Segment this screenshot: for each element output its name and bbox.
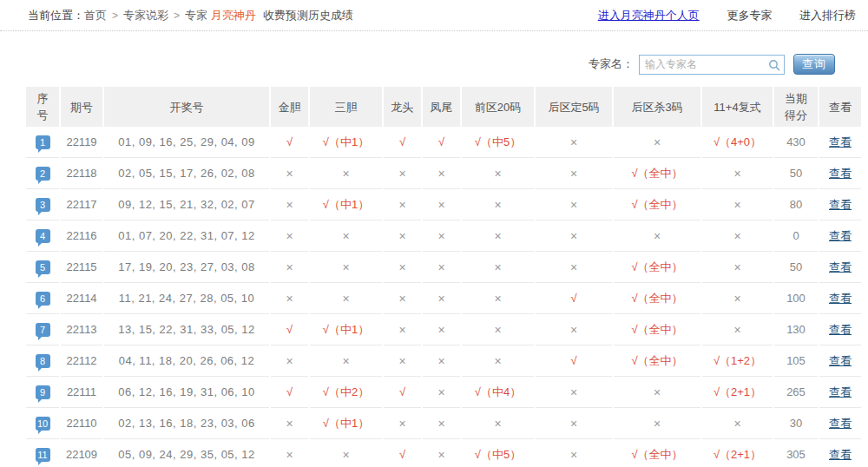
combo-result: ×: [702, 283, 773, 314]
search-box: [639, 55, 785, 75]
table-row: 8 22112 04, 11, 18, 20, 26, 06, 12 × × ×…: [26, 345, 861, 377]
header-gold-dan: 金胆: [271, 87, 308, 127]
dragon-head-result: ×: [384, 252, 421, 283]
three-dan-result: √（中1）: [310, 408, 382, 439]
three-dan-result: ×: [310, 439, 382, 467]
score: 265: [774, 377, 818, 408]
gold-dan-result: √: [271, 314, 308, 345]
header-11-4-combo: 11+4复式: [702, 87, 773, 127]
seq-badge: 2: [36, 167, 50, 181]
three-dan-result: √（中1）: [310, 189, 382, 220]
draw-numbers: 02, 05, 15, 17, 26, 02, 08: [104, 158, 269, 189]
dragon-head-result: ×: [384, 314, 421, 345]
draw-numbers: 11, 21, 24, 27, 28, 05, 10: [104, 283, 269, 314]
front-20-result: ×: [462, 158, 534, 189]
back-kill3-result: √（全中）: [614, 252, 700, 283]
combo-result: ×: [702, 158, 773, 189]
back-fix5-result: ×: [536, 158, 612, 189]
magnifier-icon[interactable]: [768, 59, 780, 71]
view-link[interactable]: 查看: [829, 198, 852, 211]
seq-badge: 7: [36, 323, 50, 337]
seq-badge: 1: [36, 135, 50, 149]
search-label: 专家名：: [589, 56, 634, 72]
header-draw-numbers: 开奖号: [104, 87, 269, 127]
draw-numbers: 01, 09, 16, 25, 29, 04, 09: [104, 127, 269, 158]
breadcrumb-home[interactable]: 首页: [84, 9, 107, 22]
gold-dan-result: ×: [271, 283, 308, 314]
seq-badge: 4: [36, 229, 50, 243]
expert-name-input[interactable]: [639, 55, 785, 75]
header-three-dan: 三胆: [310, 87, 382, 127]
back-fix5-result: ×: [536, 377, 612, 408]
front-20-result: √（中4）: [462, 377, 534, 408]
breadcrumb-expert-talk[interactable]: 专家说彩: [123, 9, 168, 22]
three-dan-result: ×: [310, 158, 382, 189]
view-link[interactable]: 查看: [829, 135, 852, 148]
personal-page-link[interactable]: 进入月亮神丹个人页: [598, 9, 700, 22]
top-bar: 当前位置：首页>专家说彩>专家月亮神丹收费预测历史成绩 进入月亮神丹个人页 更多…: [0, 0, 868, 31]
view-link[interactable]: 查看: [829, 229, 852, 242]
breadcrumb-separator: >: [112, 10, 118, 22]
gold-dan-result: ×: [271, 345, 308, 377]
header-dragon-head: 龙头: [384, 87, 421, 127]
ranking-link[interactable]: 进入排行榜: [799, 9, 856, 22]
phoenix-tail-result: ×: [423, 189, 460, 220]
back-kill3-result: ×: [614, 127, 700, 158]
table-row: 2 22118 02, 05, 15, 17, 26, 02, 08 × × ×…: [26, 158, 861, 189]
view-link[interactable]: 查看: [829, 323, 852, 336]
front-20-result: ×: [462, 189, 534, 220]
front-20-result: √（中5）: [462, 439, 534, 467]
back-kill3-result: ×: [614, 220, 700, 252]
top-links: 进入月亮神丹个人页 更多专家 进入排行榜: [574, 8, 856, 23]
table-row: 4 22116 01, 07, 20, 22, 31, 07, 12 × × ×…: [26, 220, 861, 252]
three-dan-result: √（中2）: [310, 377, 382, 408]
more-experts-link[interactable]: 更多专家: [727, 9, 772, 22]
score: 50: [774, 158, 818, 189]
table-row: 5 22115 17, 19, 20, 23, 27, 03, 08 × × ×…: [26, 252, 861, 283]
back-fix5-result: ×: [536, 189, 612, 220]
query-button[interactable]: 查询: [793, 54, 835, 75]
view-link[interactable]: 查看: [829, 417, 852, 430]
seq-badge: 10: [36, 417, 50, 431]
combo-result: √（1+2）: [702, 345, 773, 377]
back-kill3-result: √（全中）: [614, 189, 700, 220]
back-fix5-result: ×: [536, 127, 612, 158]
combo-result: √（2+1）: [702, 439, 773, 467]
back-kill3-result: ×: [614, 377, 700, 408]
expert-name: 月亮神丹: [211, 9, 256, 22]
view-link[interactable]: 查看: [829, 354, 852, 367]
seq-badge: 5: [36, 260, 50, 274]
breadcrumb-expert[interactable]: 专家: [185, 9, 207, 22]
issue-number: 22117: [61, 189, 102, 220]
header-seq: 序号: [26, 87, 59, 127]
seq-badge: 11: [36, 448, 50, 462]
view-link[interactable]: 查看: [829, 385, 852, 398]
issue-number: 22112: [61, 345, 102, 377]
score: 130: [774, 314, 818, 345]
table-row: 9 22111 06, 12, 16, 19, 31, 06, 10 √ √（中…: [26, 377, 861, 408]
draw-numbers: 05, 09, 24, 29, 35, 05, 12: [104, 439, 269, 467]
three-dan-result: ×: [310, 283, 382, 314]
issue-number: 22119: [61, 127, 102, 158]
view-link[interactable]: 查看: [829, 292, 852, 305]
three-dan-result: ×: [310, 220, 382, 252]
draw-numbers: 04, 11, 18, 20, 26, 06, 12: [104, 345, 269, 377]
dragon-head-result: ×: [384, 408, 421, 439]
view-link[interactable]: 查看: [829, 448, 852, 461]
gold-dan-result: √: [271, 377, 308, 408]
dragon-head-result: ×: [384, 220, 421, 252]
view-link[interactable]: 查看: [829, 260, 852, 273]
phoenix-tail-result: ×: [423, 408, 460, 439]
draw-numbers: 13, 15, 22, 31, 33, 05, 12: [104, 314, 269, 345]
view-link[interactable]: 查看: [829, 167, 852, 180]
table-header-row: 序号 期号 开奖号 金胆 三胆 龙头 凤尾 前区20码 后区定5码 后区杀3码 …: [26, 87, 861, 127]
score: 105: [774, 345, 818, 377]
front-20-result: ×: [462, 283, 534, 314]
breadcrumb-separator: >: [174, 10, 180, 22]
header-phoenix-tail: 凤尾: [423, 87, 460, 127]
table-row: 6 22114 11, 21, 24, 27, 28, 05, 10 × × ×…: [26, 283, 861, 314]
phoenix-tail-result: ×: [423, 439, 460, 467]
dragon-head-result: √: [384, 127, 421, 158]
score: 305: [774, 439, 818, 467]
combo-result: √（2+1）: [702, 377, 773, 408]
